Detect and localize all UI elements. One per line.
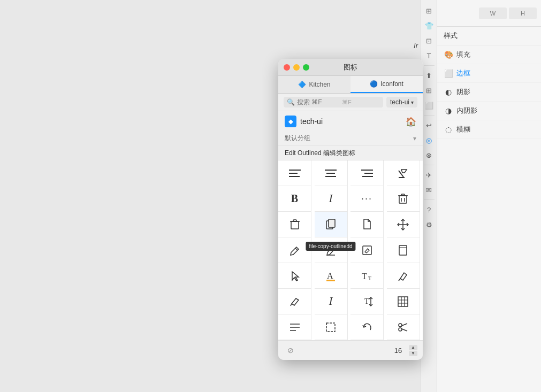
section-title: Edit Outlined 编辑类图标 bbox=[278, 145, 423, 160]
icon-move[interactable] bbox=[387, 212, 420, 237]
side-icon-strip: ⊞ 👕 ⊡ T ⬆ ⊞ ⬜ ↩ ◎ ⊗ ✈ ✉ ? ⚙ bbox=[421, 0, 437, 392]
icon-line-height[interactable]: T bbox=[350, 289, 384, 314]
icon-book[interactable] bbox=[387, 237, 420, 263]
size-stepper: ▲ ▼ bbox=[409, 345, 417, 356]
fill-icon: 🎨 bbox=[444, 50, 453, 59]
svg-rect-36 bbox=[398, 297, 408, 306]
tab-kitchen[interactable]: 🔷 Kitchen bbox=[278, 76, 350, 93]
border-style[interactable]: ⬜ 边框 bbox=[437, 64, 541, 83]
svg-point-45 bbox=[399, 324, 402, 327]
icon-file-outlined[interactable] bbox=[350, 212, 384, 237]
svg-line-33 bbox=[291, 304, 292, 306]
svg-line-23 bbox=[331, 249, 333, 251]
icon-italic-outlined[interactable]: I bbox=[315, 289, 348, 314]
icon-edit-outlined[interactable] bbox=[315, 237, 348, 263]
height-input[interactable] bbox=[509, 7, 537, 19]
undo-icon[interactable]: ↩ bbox=[423, 119, 436, 132]
fill-style[interactable]: 🎨 填充 bbox=[437, 45, 541, 64]
shadow-style[interactable]: ◐ 阴影 bbox=[437, 83, 541, 102]
inner-shadow-style[interactable]: ◑ 内阴影 bbox=[437, 102, 541, 120]
size-control: ▲ ▼ bbox=[388, 345, 417, 356]
svg-rect-12 bbox=[401, 194, 405, 196]
svg-rect-17 bbox=[293, 220, 296, 221]
maximize-button[interactable] bbox=[303, 64, 309, 71]
icon-cursor[interactable] bbox=[278, 263, 311, 289]
icon-italic[interactable]: I bbox=[315, 186, 348, 212]
icon-list[interactable] bbox=[278, 314, 311, 340]
tab-iconfont[interactable]: 🔵 Iconfont bbox=[350, 76, 423, 93]
icon-highlight[interactable] bbox=[387, 263, 420, 289]
component-icon[interactable]: 👕 bbox=[423, 19, 436, 32]
text-icon[interactable]: T bbox=[423, 49, 436, 62]
lock-icon[interactable]: ◎ bbox=[423, 134, 436, 147]
settings-icon[interactable]: ⚙ bbox=[423, 218, 436, 231]
svg-text:T: T bbox=[362, 272, 367, 281]
plugin-icon[interactable]: ✈ bbox=[423, 168, 436, 181]
svg-rect-29 bbox=[326, 280, 335, 281]
svg-rect-6 bbox=[361, 170, 373, 171]
icon-pencil[interactable] bbox=[278, 289, 311, 314]
mail-icon[interactable]: ✉ bbox=[423, 183, 436, 196]
divider-1 bbox=[424, 65, 435, 66]
icon-align-center[interactable] bbox=[315, 160, 348, 186]
group-name: 默认分组 bbox=[285, 134, 310, 143]
home-icon[interactable]: 🏠 bbox=[406, 117, 416, 127]
svg-rect-7 bbox=[364, 173, 373, 174]
svg-rect-15 bbox=[291, 221, 299, 229]
icon-file-copy-outlined[interactable]: file-copy-outlinedd bbox=[315, 212, 348, 237]
inner-shadow-icon: ◑ bbox=[444, 106, 453, 116]
layout-icon[interactable]: ⊞ bbox=[423, 4, 436, 17]
size-increment[interactable]: ▲ bbox=[409, 345, 417, 350]
svg-rect-3 bbox=[325, 170, 337, 171]
icon-edit-square[interactable] bbox=[350, 237, 384, 263]
icon-font-size[interactable]: TT bbox=[350, 263, 384, 289]
icon-selection[interactable] bbox=[315, 314, 348, 340]
svg-line-48 bbox=[402, 329, 407, 331]
library-brand: ◆ tech-ui bbox=[285, 116, 323, 127]
frame-icon[interactable]: ⬜ bbox=[423, 99, 436, 112]
icon-delete[interactable] bbox=[387, 186, 420, 212]
svg-text:A: A bbox=[327, 271, 333, 280]
icon-undo[interactable] bbox=[350, 314, 384, 340]
icon-scissor[interactable] bbox=[387, 314, 420, 340]
brand-icon: ◆ bbox=[285, 116, 296, 127]
icon-more[interactable]: ··· bbox=[350, 186, 384, 212]
library-dropdown[interactable]: tech-ui ▾ bbox=[386, 97, 417, 107]
reset-button[interactable]: ⊘ bbox=[284, 343, 298, 357]
search-input[interactable] bbox=[297, 98, 340, 106]
right-panel: 样式 🎨 填充 ⬜ 边框 ◐ 阴影 ◑ 内阴影 ◌ 模糊 bbox=[437, 0, 541, 392]
icon-format-clear[interactable] bbox=[387, 160, 420, 186]
icon-delete-outlined[interactable] bbox=[278, 212, 311, 237]
reset-icon: ⊘ bbox=[287, 346, 294, 355]
blur-style[interactable]: ◌ 模糊 bbox=[437, 120, 541, 139]
svg-rect-2 bbox=[289, 176, 300, 177]
close-button[interactable] bbox=[284, 64, 290, 71]
grid-icon[interactable]: ⊡ bbox=[423, 34, 436, 47]
search-input-wrap[interactable]: 🔍 ⌘F bbox=[284, 97, 383, 107]
mask-icon[interactable]: ⊗ bbox=[423, 149, 436, 162]
icon-edit[interactable] bbox=[278, 237, 311, 263]
help-icon[interactable]: ? bbox=[423, 203, 436, 216]
icon-table[interactable] bbox=[387, 289, 420, 314]
size-value-input[interactable] bbox=[388, 347, 408, 355]
size-decrement[interactable]: ▼ bbox=[409, 351, 417, 356]
search-icon: 🔍 bbox=[287, 98, 295, 106]
iconfont-tab-label: Iconfont bbox=[380, 80, 403, 88]
icon-font-colors[interactable]: A bbox=[315, 263, 348, 289]
svg-text:T: T bbox=[364, 297, 369, 305]
icon-grid: B I ··· file-copy-outlinedd bbox=[278, 160, 423, 340]
window-title: 图标 bbox=[344, 63, 357, 72]
border-icon: ⬜ bbox=[444, 68, 453, 78]
minimize-button[interactable] bbox=[293, 64, 300, 71]
group-icon[interactable]: ⊞ bbox=[423, 84, 436, 97]
width-input[interactable] bbox=[479, 7, 507, 19]
icon-align-left[interactable] bbox=[278, 160, 311, 186]
icon-align-right[interactable] bbox=[350, 160, 384, 186]
title-bar: 图标 bbox=[278, 59, 423, 76]
shadow-icon: ◐ bbox=[444, 87, 453, 97]
icon-bold[interactable]: B bbox=[278, 186, 311, 212]
export-icon[interactable]: ⬆ bbox=[423, 69, 436, 82]
group-header[interactable]: 默认分组 ▾ bbox=[278, 132, 423, 145]
kitchen-tab-label: Kitchen bbox=[309, 81, 330, 88]
svg-rect-5 bbox=[325, 176, 336, 177]
